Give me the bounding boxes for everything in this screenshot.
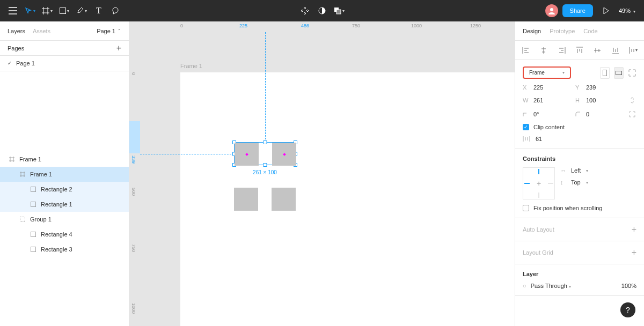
fix-position-checkbox[interactable] [523,205,529,211]
present-icon[interactable] [597,2,614,19]
mask-icon[interactable] [313,2,331,19]
layer-row[interactable]: Rectangle 3 [0,242,129,257]
zoom-selector[interactable]: 49% ▾ [614,8,640,14]
svg-rect-5 [31,187,36,192]
hamburger-menu[interactable] [4,2,21,19]
page-selector[interactable]: Page 1⌃ [97,28,121,34]
svg-rect-3 [336,10,341,14]
pen-tool[interactable]: ▾ [73,2,90,19]
vertical-ruler: 02393395007501000 [129,32,140,326]
canvas[interactable]: 0225486750100012501500 02393395007501000… [129,21,515,326]
frame-icon [9,156,15,162]
h-field[interactable]: H100 [575,97,624,103]
align-vcenter-icon[interactable] [593,46,602,55]
svg-rect-0 [60,8,66,14]
components-icon[interactable] [296,2,313,19]
clip-content-label: Clip content [533,124,565,130]
avatar[interactable] [545,4,558,17]
distribute-icon[interactable]: ▾ [629,46,638,55]
clip-content-checkbox[interactable]: ✓ [523,124,529,130]
svg-point-4 [550,8,553,11]
align-hcenter-icon[interactable] [539,46,548,55]
fix-position-label: Fix position when scrolling [533,205,602,211]
layer-name: Group 1 [30,216,52,223]
layer-name: Rectangle 3 [41,246,72,253]
rect-icon [30,231,36,238]
rect-icon [30,201,36,208]
add-page-button[interactable]: + [116,43,121,53]
resize-to-fit-icon[interactable] [628,69,636,77]
rotation-field[interactable]: 0° [523,111,571,117]
svg-rect-7 [20,217,25,222]
tab-code[interactable]: Code [583,28,597,34]
x-field[interactable]: X225 [523,84,571,91]
constraints-heading: Constraints [523,155,636,162]
svg-rect-11 [616,71,622,75]
shape-tool[interactable]: ▾ [56,2,73,19]
pages-heading: Pages [8,45,24,51]
tab-design[interactable]: Design [523,28,541,34]
constrain-proportions-icon[interactable] [628,96,636,105]
orientation-landscape[interactable] [614,67,624,79]
text-tool[interactable]: T [90,2,107,19]
page-row[interactable]: ✓Page 1 [0,56,129,71]
layer-name: Frame 1 [30,171,52,177]
selection-box[interactable] [234,142,296,165]
boolean-icon[interactable]: ▾ [331,2,348,19]
align-bottom-icon[interactable] [611,46,620,55]
rectangle-shape[interactable] [272,143,296,166]
layer-row[interactable]: Frame 1 [0,167,129,182]
layer-name: Frame 1 [19,156,41,162]
auto-layout-heading: Auto Layout [523,226,554,233]
help-button[interactable]: ? [620,302,635,317]
move-tool[interactable]: ▾ [21,2,39,19]
radius-field[interactable]: 0 [575,111,624,117]
add-auto-layout-button[interactable]: + [632,225,636,234]
svg-rect-10 [603,70,607,76]
rect-icon [30,186,36,192]
layer-row[interactable]: Group 1 [0,212,129,227]
constraint-v-dropdown[interactable]: ↕Top▾ [560,179,636,186]
align-top-icon[interactable] [575,46,584,55]
independent-corners-icon[interactable] [628,110,636,118]
layer-row[interactable]: Rectangle 2 [0,182,129,197]
tab-layers[interactable]: Layers [8,28,25,34]
svg-rect-8 [31,232,36,237]
tab-prototype[interactable]: Prototype [550,28,575,34]
layer-row[interactable]: Rectangle 1 [0,197,129,212]
layer-name: Rectangle 2 [41,186,72,192]
rectangle-shape[interactable] [234,188,258,211]
gap-field[interactable]: 61 [536,136,542,142]
artboard[interactable]: Frame 1 [180,72,515,326]
rectangle-shape[interactable] [235,143,259,166]
comment-tool[interactable] [107,2,125,19]
opacity-field[interactable]: 100% [621,283,636,289]
frame-type-dropdown[interactable]: Frame▾ [523,66,571,79]
add-layout-grid-button[interactable]: + [632,248,636,257]
tab-assets[interactable]: Assets [33,28,50,34]
share-button[interactable]: Share [562,4,593,17]
align-left-icon[interactable] [522,46,530,55]
gap-icon [523,136,531,142]
layer-row[interactable]: Rectangle 4 [0,227,129,242]
frame-tool[interactable]: ▾ [39,2,56,19]
layer-heading: Layer [523,271,636,277]
orientation-portrait[interactable] [600,67,610,79]
artboard-label[interactable]: Frame 1 [180,63,202,69]
svg-rect-9 [31,247,36,252]
rect-icon [30,246,36,253]
constraints-diagram[interactable]: + [523,167,555,199]
constraint-h-dropdown[interactable]: ↔Left▾ [560,167,636,174]
horizontal-ruler: 0225486750100012501500 [140,21,515,32]
rectangle-shape[interactable] [272,188,296,211]
y-field[interactable]: Y239 [575,84,624,91]
align-right-icon[interactable] [558,46,566,55]
layout-grid-heading: Layout Grid [523,249,553,256]
frame-icon [19,171,26,177]
layer-name: Rectangle 4 [41,231,72,238]
w-field[interactable]: W261 [523,97,571,103]
blend-mode-dropdown[interactable]: Pass Through ▾ [531,283,571,289]
layer-row[interactable]: Frame 1 [0,152,129,167]
svg-rect-6 [31,202,36,207]
blend-visibility-icon[interactable]: ○ [523,283,526,289]
